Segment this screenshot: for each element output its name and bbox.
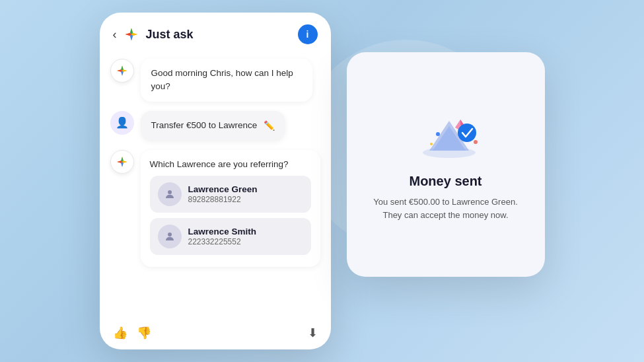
chat-area: Good morning Chris, how can I help you? … (100, 52, 331, 319)
download-button[interactable]: ⬇ (308, 326, 318, 340)
bot-avatar-2 (110, 150, 134, 174)
contact-item-green[interactable]: Lawrence Green 892828881922 (150, 176, 311, 213)
contact-avatar-green (158, 182, 182, 206)
card-description: You sent €500.00 to Lawrence Green. They… (365, 196, 526, 221)
contact-number-green: 892828881922 (188, 195, 258, 204)
sparkle-logo-icon (124, 26, 139, 42)
svg-point-1 (168, 233, 172, 236)
bot-sparkle-icon (116, 64, 129, 77)
contact-info-smith: Lawrence Smith 222332225552 (188, 227, 257, 246)
which-lawrence-label: Which Lawrence are you referring? (150, 159, 311, 169)
success-card: Money sent You sent €500.00 to Lawrence … (347, 52, 545, 277)
user-message-row: 👤 Transfer €500 to Lawrence ✏️ (110, 111, 320, 141)
user-message-text: Transfer €500 to Lawrence (151, 119, 258, 132)
bot-avatar (110, 59, 134, 83)
info-button[interactable]: i (298, 24, 318, 44)
phone-header: ‹ Just ask i (100, 13, 331, 52)
phones-container: ‹ Just ask i (100, 13, 545, 349)
svg-point-10 (430, 143, 433, 145)
bottom-action-bar: 👍 👎 ⬇ (100, 319, 331, 349)
chat-phone: ‹ Just ask i (100, 13, 331, 349)
thumbdown-button[interactable]: 👎 (137, 326, 151, 340)
bot-sparkle-icon-2 (116, 155, 129, 168)
back-button[interactable]: ‹ (113, 28, 117, 42)
svg-point-7 (458, 124, 476, 142)
user-person-icon: 👤 (116, 116, 129, 129)
greeting-bubble: Good morning Chris, how can I help you? (141, 59, 312, 102)
svg-point-9 (474, 140, 478, 144)
contact-name-smith: Lawrence Smith (188, 227, 257, 236)
edit-icon[interactable]: ✏️ (264, 119, 275, 133)
header-title: Just ask (146, 28, 291, 42)
contact-number-smith: 222332225552 (188, 237, 257, 246)
user-bubble: Transfer €500 to Lawrence ✏️ (141, 111, 286, 141)
user-avatar: 👤 (110, 111, 134, 135)
contact-name-green: Lawrence Green (188, 184, 258, 194)
svg-point-0 (168, 190, 172, 194)
bot-contact-row: Which Lawrence are you referring? Lawren… (110, 150, 320, 267)
card-title: Money sent (409, 174, 482, 189)
bot-greeting-row: Good morning Chris, how can I help you? (110, 59, 320, 102)
contact-person-icon-green (164, 188, 176, 200)
money-sent-svg (413, 108, 485, 161)
contact-item-smith[interactable]: Lawrence Smith 222332225552 (150, 218, 311, 255)
contact-person-icon-smith (164, 231, 176, 242)
thumbup-button[interactable]: 👍 (113, 326, 127, 340)
contact-info-green: Lawrence Green 892828881922 (188, 184, 258, 204)
contact-selection-bubble: Which Lawrence are you referring? Lawren… (141, 150, 320, 267)
contact-avatar-smith (158, 225, 182, 248)
success-illustration (413, 108, 479, 161)
svg-point-8 (436, 132, 440, 136)
